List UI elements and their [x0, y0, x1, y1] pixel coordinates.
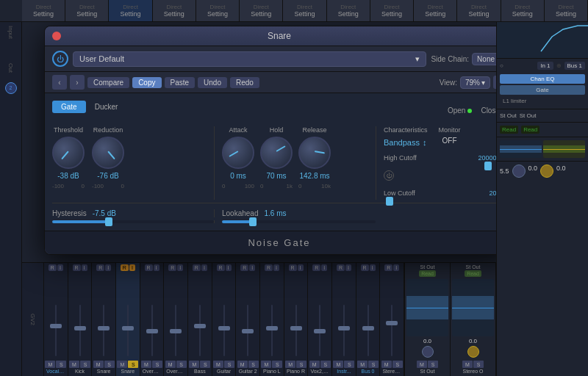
high-cutoff-thumb[interactable]: [484, 162, 492, 170]
hold-knob[interactable]: [260, 137, 293, 169]
reduction-knob[interactable]: [92, 137, 124, 169]
chan-eq-button[interactable]: Chan EQ: [500, 74, 585, 84]
overheadr-s-button[interactable]: S: [176, 361, 187, 368]
lookahead-thumb[interactable]: [249, 217, 257, 226]
compare-button[interactable]: Compare: [87, 77, 129, 88]
pianr-s-button[interactable]: S: [296, 361, 306, 368]
bus0-i-button[interactable]: I: [370, 264, 376, 271]
stereoo-i-button[interactable]: I: [393, 264, 399, 271]
snare2-r-button[interactable]: R: [121, 264, 129, 271]
snare1-fader-thumb[interactable]: [98, 326, 110, 330]
instr-i-button[interactable]: I: [345, 264, 351, 271]
copy-button[interactable]: Copy: [132, 77, 161, 88]
guitar2-s-button[interactable]: S: [248, 361, 259, 368]
release-knob[interactable]: [298, 137, 331, 169]
guitar2-i-button[interactable]: I: [249, 264, 255, 271]
undo-button[interactable]: Undo: [198, 77, 227, 88]
pianl-i-button[interactable]: I: [273, 264, 279, 271]
vox-fader-thumb[interactable]: [314, 329, 326, 333]
stereoo-fader-thumb[interactable]: [386, 321, 398, 325]
snare1-m-button[interactable]: M: [93, 361, 104, 368]
gate-insert-button[interactable]: Gate: [500, 85, 585, 95]
stereoo-r-button[interactable]: R: [384, 264, 392, 271]
lookahead-slider[interactable]: [222, 220, 376, 223]
pianr-i-button[interactable]: I: [298, 264, 304, 271]
kick-m-button[interactable]: M: [69, 361, 79, 368]
vocalbus-s-button[interactable]: S: [56, 361, 66, 368]
stout1-m-button[interactable]: M: [417, 361, 427, 368]
guitar2-r-button[interactable]: R: [240, 264, 248, 271]
hysteresis-thumb[interactable]: [105, 217, 112, 226]
stout2-m-button[interactable]: M: [462, 361, 473, 368]
overheadl-fader-thumb[interactable]: [146, 329, 158, 333]
threshold-knob[interactable]: [52, 137, 85, 169]
bus0-fader-thumb[interactable]: [362, 326, 374, 330]
cutoff-power-button[interactable]: ⏻: [384, 170, 394, 181]
vocalbus-fader-thumb[interactable]: [50, 324, 62, 328]
guitar2-m-button[interactable]: M: [237, 361, 248, 368]
vocalbus-r-button[interactable]: R: [49, 264, 57, 271]
kick-i-button[interactable]: I: [82, 264, 87, 271]
sidechain-selector[interactable]: None ▾: [472, 53, 496, 65]
bass-s-button[interactable]: S: [200, 361, 210, 368]
instr-m-button[interactable]: M: [333, 361, 343, 368]
stout2-s-button[interactable]: S: [473, 361, 484, 368]
view-selector[interactable]: 79% ▾: [460, 76, 490, 89]
nav-back-button[interactable]: ‹: [52, 75, 67, 90]
link-button[interactable]: 🔗: [493, 76, 496, 89]
guitar-fader-thumb[interactable]: [218, 326, 230, 330]
overheadl-r-button[interactable]: R: [145, 264, 153, 271]
snare1-i-button[interactable]: I: [105, 264, 111, 271]
stereoo-m-button[interactable]: M: [381, 361, 392, 368]
stout1-s-button[interactable]: S: [428, 361, 438, 368]
bass-m-button[interactable]: M: [189, 361, 199, 368]
snare1-s-button[interactable]: S: [104, 361, 115, 368]
characteristics-selector[interactable]: Bandpass ↕: [384, 138, 428, 147]
stout1-pan-knob[interactable]: [422, 346, 434, 358]
guitar-r-button[interactable]: R: [217, 264, 225, 271]
bass-i-button[interactable]: I: [201, 264, 207, 271]
gate-tab[interactable]: Gate: [52, 101, 86, 113]
pan-knob-1[interactable]: [512, 164, 526, 178]
pan-knob-2[interactable]: [540, 164, 553, 178]
paste-button[interactable]: Paste: [165, 77, 196, 88]
overheadr-fader-thumb[interactable]: [170, 329, 182, 333]
snare2-s-button[interactable]: S: [128, 361, 138, 368]
pianl-s-button[interactable]: S: [272, 361, 282, 368]
overheadr-m-button[interactable]: M: [165, 361, 176, 368]
input-toggle[interactable]: 2: [5, 82, 17, 94]
l1-button[interactable]: L1 limiter: [500, 96, 585, 106]
pianr-r-button[interactable]: R: [289, 264, 297, 271]
vox-i-button[interactable]: I: [321, 264, 327, 271]
snare1-r-button[interactable]: R: [96, 264, 104, 271]
snare2-fader-thumb[interactable]: [122, 326, 134, 330]
kick-r-button[interactable]: R: [73, 264, 81, 271]
overheadr-r-button[interactable]: R: [168, 264, 176, 271]
overheadl-i-button[interactable]: I: [154, 264, 159, 271]
low-cutoff-thumb[interactable]: [386, 197, 393, 206]
stereoo-s-button[interactable]: S: [392, 361, 403, 368]
overheadl-m-button[interactable]: M: [141, 361, 151, 368]
attack-knob[interactable]: [222, 137, 254, 169]
bus0-m-button[interactable]: M: [357, 361, 368, 368]
instr-r-button[interactable]: R: [337, 264, 345, 271]
bass-r-button[interactable]: R: [193, 264, 201, 271]
overheadl-s-button[interactable]: S: [152, 361, 162, 368]
kick-fader-thumb[interactable]: [74, 326, 86, 330]
snare2-i-button[interactable]: I: [129, 264, 135, 271]
stout1-read-button[interactable]: Read: [419, 270, 436, 277]
bus0-r-button[interactable]: R: [361, 264, 369, 271]
redo-button[interactable]: Redo: [230, 77, 259, 88]
bass-fader-thumb[interactable]: [194, 324, 206, 328]
instr-s-button[interactable]: S: [344, 361, 354, 368]
pianr-m-button[interactable]: M: [285, 361, 295, 368]
overheadr-i-button[interactable]: I: [177, 264, 183, 271]
vox-r-button[interactable]: R: [312, 264, 320, 271]
stout2-read-button[interactable]: Read: [465, 270, 481, 277]
hysteresis-slider[interactable]: [52, 220, 214, 223]
nav-forward-button[interactable]: ›: [70, 75, 85, 90]
preset-selector[interactable]: User Default ▾: [73, 51, 426, 67]
vox-m-button[interactable]: M: [309, 361, 320, 368]
pianr-fader-thumb[interactable]: [290, 326, 302, 330]
guitar-m-button[interactable]: M: [213, 361, 223, 368]
